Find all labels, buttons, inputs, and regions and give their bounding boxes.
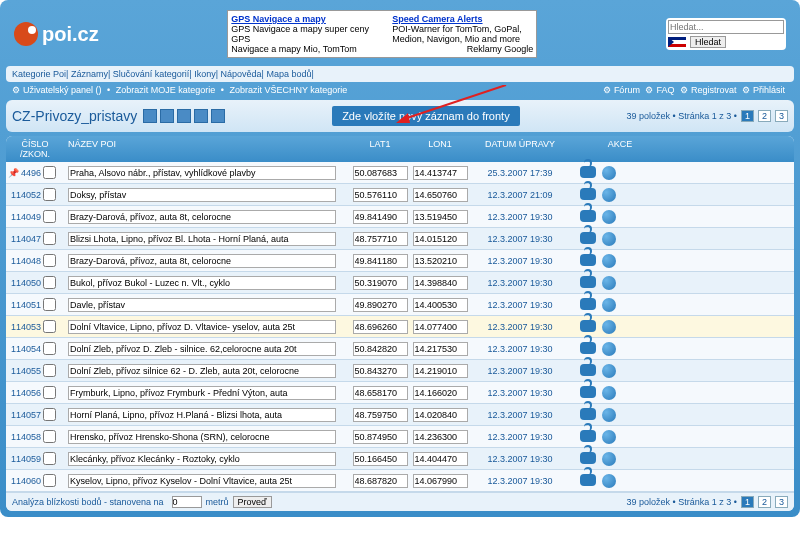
tool-icon-2[interactable] bbox=[160, 109, 174, 123]
phone-icon[interactable] bbox=[580, 320, 596, 332]
row-checkbox[interactable] bbox=[43, 210, 56, 223]
col-date[interactable]: DATUM ÚPRAVY bbox=[470, 139, 570, 159]
phone-icon[interactable] bbox=[580, 342, 596, 354]
nav-napoveda[interactable]: Nápověda bbox=[221, 69, 262, 79]
phone-icon[interactable] bbox=[580, 232, 596, 244]
globe-icon[interactable] bbox=[602, 166, 616, 180]
phone-icon[interactable] bbox=[580, 210, 596, 222]
name-input[interactable] bbox=[68, 276, 336, 290]
phone-icon[interactable] bbox=[580, 386, 596, 398]
name-input[interactable] bbox=[68, 232, 336, 246]
insert-banner[interactable]: Zde vložíte nový záznam do fronty bbox=[332, 106, 520, 126]
lat-input[interactable] bbox=[353, 364, 408, 378]
lat-input[interactable] bbox=[353, 474, 408, 488]
proximity-button[interactable]: Proveď bbox=[233, 496, 272, 508]
globe-icon[interactable] bbox=[602, 232, 616, 246]
flag-icon[interactable] bbox=[668, 37, 686, 47]
col-name[interactable]: NÁZEV POI bbox=[60, 139, 350, 159]
lat-input[interactable] bbox=[353, 188, 408, 202]
phone-icon[interactable] bbox=[580, 430, 596, 442]
login-link[interactable]: Přihlásit bbox=[753, 85, 785, 95]
phone-icon[interactable] bbox=[580, 474, 596, 486]
lon-input[interactable] bbox=[413, 276, 468, 290]
nav-kategorie[interactable]: Kategorie Poi bbox=[12, 69, 66, 79]
row-checkbox[interactable] bbox=[43, 166, 56, 179]
register-link[interactable]: Registrovat bbox=[691, 85, 737, 95]
nav-ikony[interactable]: Ikony bbox=[194, 69, 216, 79]
lon-input[interactable] bbox=[413, 474, 468, 488]
nav-mapa[interactable]: Mapa bodů bbox=[266, 69, 311, 79]
page-1-b[interactable]: 1 bbox=[741, 496, 754, 508]
lat-input[interactable] bbox=[353, 452, 408, 466]
lon-input[interactable] bbox=[413, 386, 468, 400]
name-input[interactable] bbox=[68, 452, 336, 466]
row-checkbox[interactable] bbox=[43, 452, 56, 465]
phone-icon[interactable] bbox=[580, 364, 596, 376]
ad-banner[interactable]: GPS Navigace a mapy GPS Navigace a mapy … bbox=[227, 10, 537, 58]
globe-icon[interactable] bbox=[602, 474, 616, 488]
col-id[interactable]: ČÍSLO /ZKON. bbox=[10, 139, 60, 159]
lat-input[interactable] bbox=[353, 276, 408, 290]
page-1[interactable]: 1 bbox=[741, 110, 754, 122]
page-2-b[interactable]: 2 bbox=[758, 496, 771, 508]
search-input[interactable] bbox=[668, 20, 784, 34]
lat-input[interactable] bbox=[353, 342, 408, 356]
name-input[interactable] bbox=[68, 254, 336, 268]
page-3-b[interactable]: 3 bbox=[775, 496, 788, 508]
tool-icon-1[interactable] bbox=[143, 109, 157, 123]
globe-icon[interactable] bbox=[602, 276, 616, 290]
lat-input[interactable] bbox=[353, 232, 408, 246]
lat-input[interactable] bbox=[353, 254, 408, 268]
lat-input[interactable] bbox=[353, 408, 408, 422]
name-input[interactable] bbox=[68, 298, 336, 312]
name-input[interactable] bbox=[68, 210, 336, 224]
globe-icon[interactable] bbox=[602, 430, 616, 444]
phone-icon[interactable] bbox=[580, 276, 596, 288]
phone-icon[interactable] bbox=[580, 188, 596, 200]
lon-input[interactable] bbox=[413, 342, 468, 356]
page-2[interactable]: 2 bbox=[758, 110, 771, 122]
row-checkbox[interactable] bbox=[43, 430, 56, 443]
globe-icon[interactable] bbox=[602, 320, 616, 334]
globe-icon[interactable] bbox=[602, 188, 616, 202]
lon-input[interactable] bbox=[413, 408, 468, 422]
name-input[interactable] bbox=[68, 474, 336, 488]
my-categories-link[interactable]: Zobrazit MOJE kategorie bbox=[116, 85, 216, 95]
name-input[interactable] bbox=[68, 188, 336, 202]
tool-icon-3[interactable] bbox=[177, 109, 191, 123]
name-input[interactable] bbox=[68, 342, 336, 356]
search-button[interactable]: Hledat bbox=[690, 36, 726, 48]
tool-icon-4[interactable] bbox=[194, 109, 208, 123]
lat-input[interactable] bbox=[353, 166, 408, 180]
lat-input[interactable] bbox=[353, 320, 408, 334]
lat-input[interactable] bbox=[353, 430, 408, 444]
globe-icon[interactable] bbox=[602, 452, 616, 466]
globe-icon[interactable] bbox=[602, 254, 616, 268]
lat-input[interactable] bbox=[353, 386, 408, 400]
phone-icon[interactable] bbox=[580, 452, 596, 464]
phone-icon[interactable] bbox=[580, 298, 596, 310]
lat-input[interactable] bbox=[353, 298, 408, 312]
row-checkbox[interactable] bbox=[43, 254, 56, 267]
lon-input[interactable] bbox=[413, 430, 468, 444]
name-input[interactable] bbox=[68, 320, 336, 334]
globe-icon[interactable] bbox=[602, 364, 616, 378]
row-checkbox[interactable] bbox=[43, 320, 56, 333]
globe-icon[interactable] bbox=[602, 298, 616, 312]
proximity-input[interactable] bbox=[172, 496, 202, 508]
faq-link[interactable]: FAQ bbox=[656, 85, 674, 95]
lon-input[interactable] bbox=[413, 188, 468, 202]
site-logo[interactable]: poi.cz bbox=[14, 22, 99, 46]
row-checkbox[interactable] bbox=[43, 188, 56, 201]
lon-input[interactable] bbox=[413, 320, 468, 334]
lon-input[interactable] bbox=[413, 452, 468, 466]
lon-input[interactable] bbox=[413, 364, 468, 378]
lon-input[interactable] bbox=[413, 166, 468, 180]
globe-icon[interactable] bbox=[602, 342, 616, 356]
row-checkbox[interactable] bbox=[43, 386, 56, 399]
row-checkbox[interactable] bbox=[43, 474, 56, 487]
tool-icon-5[interactable] bbox=[211, 109, 225, 123]
name-input[interactable] bbox=[68, 430, 336, 444]
globe-icon[interactable] bbox=[602, 210, 616, 224]
nav-zaznamy[interactable]: Záznamy bbox=[71, 69, 108, 79]
